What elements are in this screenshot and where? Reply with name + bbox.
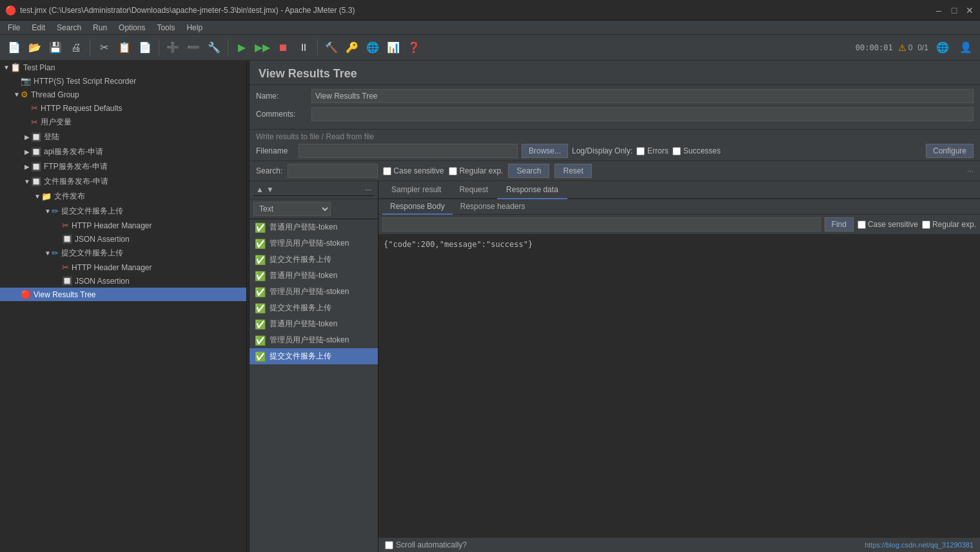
toggle-test-plan[interactable]: ▼ (3, 64, 10, 71)
find-regular-exp-checkbox[interactable] (922, 221, 930, 229)
toggle-file-upload-folder[interactable]: ▼ (34, 193, 41, 200)
tree-item-https-recorder[interactable]: 📷 HTTP(S) Test Script Recorder (0, 74, 246, 88)
toggle-api-service[interactable]: ▶ (23, 148, 31, 155)
errors-checkbox-row[interactable]: Errors (636, 146, 669, 155)
toggle-ftp-service[interactable]: ▶ (23, 163, 31, 170)
toolbar-start[interactable]: ▶ (233, 39, 251, 57)
toggle-file-service[interactable]: ▼ (23, 178, 31, 185)
list-toolbar-dots[interactable]: ··· (365, 185, 371, 194)
regular-exp-label[interactable]: Regular exp. (449, 166, 503, 175)
tree-item-user-vars[interactable]: ✂ 用户变量 (0, 115, 246, 130)
tab-response-data[interactable]: Response data (497, 181, 567, 199)
tree-item-json-assertion2[interactable]: 🔲 JSON Assertion (0, 274, 246, 288)
tree-item-header-manager1[interactable]: ✂ HTTP Header Manager (0, 219, 246, 232)
toolbar-copy[interactable]: 📋 (115, 39, 133, 57)
result-item-6[interactable]: ✅ 提交文件服务上传 (250, 300, 378, 316)
tree-item-api-service[interactable]: ▶ 🔲 api服务发布-申请 (0, 144, 246, 159)
toolbar-templates[interactable]: 📊 (384, 39, 402, 57)
menu-search[interactable]: Search (52, 22, 86, 34)
subtab-response-body[interactable]: Response Body (382, 199, 453, 215)
errors-checkbox[interactable] (636, 147, 645, 155)
regular-exp-checkbox[interactable] (449, 167, 457, 175)
browse-button[interactable]: Browse... (522, 144, 568, 158)
toolbar-help[interactable]: ❓ (405, 39, 423, 57)
toolbar-start-no-pause[interactable]: ▶▶ (253, 39, 271, 57)
list-toolbar-arrow-up[interactable]: ▲ (256, 185, 264, 194)
result-item-1[interactable]: ✅ 普通用户登陆-token (250, 219, 378, 235)
toolbar-network[interactable]: 🌐 (934, 39, 952, 57)
menu-run[interactable]: Run (88, 22, 112, 34)
search-input[interactable] (288, 164, 378, 178)
toolbar-clear-all[interactable]: 🔑 (343, 39, 361, 57)
toggle-submit-upload1[interactable]: ▼ (44, 208, 52, 215)
format-select[interactable]: Text RegExp Tester CSS/JQuery Tester XPa… (253, 202, 331, 216)
list-toolbar-arrow-down[interactable]: ▼ (266, 185, 274, 194)
bottom-link[interactable]: https://blog.csdn.net/qq_31290381 (865, 541, 974, 549)
comments-input[interactable] (311, 107, 974, 121)
search-button[interactable]: Search (508, 164, 549, 178)
menu-file[interactable]: File (3, 22, 25, 34)
configure-button[interactable]: Configure (926, 144, 974, 158)
toolbar-paste[interactable]: 📄 (136, 39, 154, 57)
successes-checkbox-row[interactable]: Successes (672, 146, 721, 155)
result-item-2[interactable]: ✅ 管理员用户登陆-stoken (250, 235, 378, 251)
find-case-sensitive-label[interactable]: Case sensitive (858, 220, 918, 229)
toolbar-save[interactable]: 💾 (46, 39, 64, 57)
name-input[interactable] (311, 89, 974, 103)
toolbar-cut[interactable]: ✂ (95, 39, 113, 57)
subtab-response-headers[interactable]: Response headers (453, 199, 533, 215)
result-item-9[interactable]: ✅ 提交文件服务上传 (250, 348, 378, 364)
find-case-sensitive-checkbox[interactable] (858, 221, 866, 229)
toolbar-remove[interactable]: ➖ (184, 39, 202, 57)
tree-item-submit-upload1[interactable]: ▼ ✏ 提交文件服务上传 (0, 204, 246, 219)
result-item-8[interactable]: ✅ 管理员用户登陆-stoken (250, 332, 378, 348)
maximize-button[interactable]: □ (949, 5, 959, 15)
toggle-submit-upload2[interactable]: ▼ (44, 250, 52, 257)
toolbar-print[interactable]: 🖨 (67, 39, 85, 57)
toolbar-new[interactable]: 📄 (5, 39, 23, 57)
result-item-5[interactable]: ✅ 管理员用户登陆-stoken (250, 284, 378, 300)
tree-item-http-defaults[interactable]: ✂ HTTP Request Defaults (0, 101, 246, 115)
tab-request[interactable]: Request (450, 181, 497, 199)
find-regular-exp-label[interactable]: Regular exp. (922, 220, 976, 229)
toolbar-clear[interactable]: 🔨 (322, 39, 340, 57)
toolbar-open[interactable]: 📂 (26, 39, 44, 57)
scroll-auto-checkbox[interactable] (385, 541, 393, 549)
tree-item-ftp-service[interactable]: ▶ 🔲 FTP服务发布-申请 (0, 159, 246, 174)
result-item-3[interactable]: ✅ 提交文件服务上传 (250, 251, 378, 268)
menu-help[interactable]: Help (181, 22, 208, 34)
tab-sampler-result[interactable]: Sampler result (382, 181, 450, 199)
toolbar-shutdown[interactable]: ⏸ (295, 39, 313, 57)
find-button[interactable]: Find (825, 217, 854, 232)
menu-edit[interactable]: Edit (26, 22, 50, 34)
tree-item-file-upload-folder[interactable]: ▼ 📁 文件发布 (0, 189, 246, 204)
filename-input[interactable] (299, 144, 518, 158)
menu-tools[interactable]: Tools (152, 22, 180, 34)
result-item-4[interactable]: ✅ 普通用户登陆-token (250, 268, 378, 284)
toolbar-stop[interactable]: ⏹ (274, 39, 292, 57)
close-button[interactable]: ✕ (965, 5, 975, 15)
reset-button[interactable]: Reset (554, 164, 591, 178)
search-dots[interactable]: ··· (967, 166, 974, 175)
toggle-thread-group[interactable]: ▼ (13, 91, 21, 98)
toggle-login[interactable]: ▶ (23, 133, 31, 141)
toolbar-add[interactable]: ➕ (164, 39, 182, 57)
tree-item-json-assertion1[interactable]: 🔲 JSON Assertion (0, 232, 246, 246)
successes-checkbox[interactable] (672, 147, 681, 155)
tree-item-login[interactable]: ▶ 🔲 登陆 (0, 130, 246, 144)
case-sensitive-checkbox[interactable] (383, 167, 391, 175)
tree-item-test-plan[interactable]: ▼ 📋 Test Plan (0, 61, 246, 74)
toolbar-user[interactable]: 👤 (957, 39, 975, 57)
tree-item-thread-group[interactable]: ▼ ⚙ Thread Group (0, 88, 246, 101)
scroll-auto-label[interactable]: Scroll automatically? (385, 540, 467, 549)
toolbar-remote[interactable]: 🌐 (364, 39, 382, 57)
find-input[interactable] (382, 217, 821, 232)
tree-item-submit-upload2[interactable]: ▼ ✏ 提交文件服务上传 (0, 246, 246, 261)
minimize-button[interactable]: – (934, 5, 944, 15)
result-item-7[interactable]: ✅ 普通用户登陆-token (250, 316, 378, 332)
case-sensitive-label[interactable]: Case sensitive (383, 166, 444, 175)
menu-options[interactable]: Options (113, 22, 150, 34)
toolbar-settings[interactable]: 🔧 (205, 39, 223, 57)
tree-item-view-results-tree[interactable]: 🔴 View Results Tree (0, 288, 246, 301)
tree-item-header-manager2[interactable]: ✂ HTTP Header Manager (0, 261, 246, 274)
